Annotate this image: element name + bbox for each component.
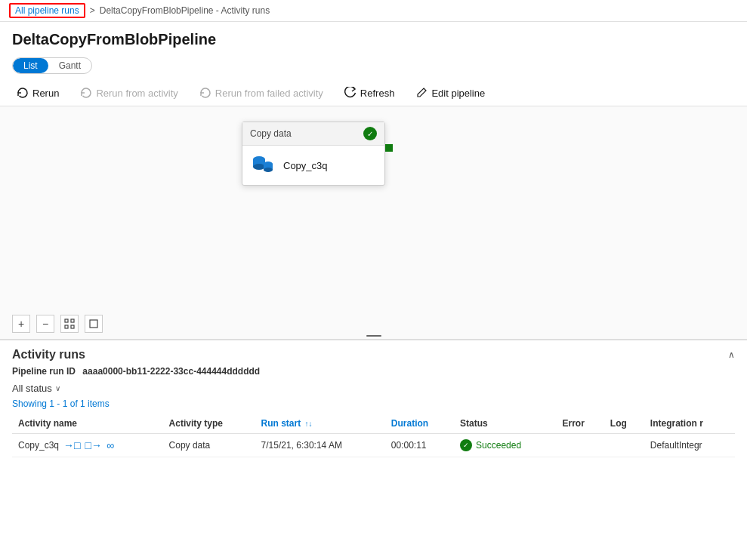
gantt-view-button[interactable]: Gantt xyxy=(48,58,91,73)
action-icons: →□ □→ ∞ xyxy=(63,439,114,451)
table-row: Copy_c3q →□ □→ ∞ Copy data 7/15/21, 6:30… xyxy=(12,434,735,457)
activity-card[interactable]: Copy data ✓ Copy_c3q xyxy=(242,122,385,186)
svg-rect-7 xyxy=(71,319,74,322)
list-view-button[interactable]: List xyxy=(13,58,48,73)
fit-screen-icon xyxy=(64,318,75,329)
cell-activity-type: Copy data xyxy=(163,434,255,457)
pipeline-run-id-label: Pipeline run ID xyxy=(12,366,76,377)
status-succeeded: ✓ Succeeded xyxy=(460,439,550,451)
breadcrumb: All pipeline runs > DeltaCopyFromBlobPip… xyxy=(0,0,747,22)
status-text: Succeeded xyxy=(476,440,521,451)
refresh-icon xyxy=(344,87,357,99)
page-title: DeltaCopyFromBlobPipeline xyxy=(0,22,747,54)
expand-button[interactable] xyxy=(85,315,103,333)
output-icon[interactable]: □→ xyxy=(85,439,102,451)
zoom-in-button[interactable]: + xyxy=(12,315,30,333)
section-title: Activity runs xyxy=(12,348,85,362)
divider-line xyxy=(366,335,381,337)
copy-data-icon xyxy=(252,153,276,177)
status-filter-label: All status xyxy=(12,383,52,394)
rerun-from-failed-button[interactable]: Rerun from failed activity xyxy=(195,85,328,101)
col-activity-type: Activity type xyxy=(163,414,255,434)
edit-pipeline-label: Edit pipeline xyxy=(431,88,485,99)
rerun-from-failed-label: Rerun from failed activity xyxy=(215,88,323,99)
zoom-out-button[interactable]: − xyxy=(36,315,54,333)
view-toggle[interactable]: List Gantt xyxy=(12,57,92,74)
section-header: Activity runs ∧ xyxy=(12,348,735,362)
status-filter[interactable]: All status ∨ xyxy=(12,383,735,394)
cell-activity-name: Copy_c3q →□ □→ ∞ xyxy=(12,434,163,457)
svg-rect-6 xyxy=(65,319,68,322)
col-run-start[interactable]: Run start ↑↓ xyxy=(255,414,385,434)
activity-card-name: Copy_c3q xyxy=(283,160,328,171)
col-activity-name: Activity name xyxy=(12,414,163,434)
divider-handle[interactable] xyxy=(363,333,385,339)
table-header: Activity name Activity type Run start ↑↓… xyxy=(12,414,735,434)
cell-integration-runtime: DefaultIntegr xyxy=(644,434,735,457)
canvas-controls: + − xyxy=(12,315,103,333)
svg-point-2 xyxy=(253,164,265,170)
rerun-from-failed-icon xyxy=(199,87,211,99)
table-body: Copy_c3q →□ □→ ∞ Copy data 7/15/21, 6:30… xyxy=(12,434,735,457)
activity-runs-section: Activity runs ∧ Pipeline run ID aaaa0000… xyxy=(0,340,747,457)
col-error: Error xyxy=(557,414,604,434)
rerun-from-activity-label: Rerun from activity xyxy=(96,88,177,99)
status-check-icon: ✓ xyxy=(460,439,472,451)
chevron-down-icon: ∨ xyxy=(55,384,60,392)
canvas-node-indicator xyxy=(385,144,393,152)
toolbar: Rerun Rerun from activity Rerun from fai… xyxy=(0,80,747,106)
showing-count: Showing 1 - 1 of 1 items xyxy=(12,398,735,409)
rerun-label: Rerun xyxy=(32,88,59,99)
edit-pipeline-icon xyxy=(415,87,428,99)
col-status: Status xyxy=(454,414,556,434)
link-icon[interactable]: ∞ xyxy=(106,439,114,451)
activity-name-text: Copy_c3q xyxy=(18,440,59,451)
svg-rect-9 xyxy=(71,325,74,328)
svg-rect-8 xyxy=(65,325,68,328)
expand-icon xyxy=(88,318,99,329)
cell-status: ✓ Succeeded xyxy=(454,434,556,457)
svg-rect-10 xyxy=(90,320,97,328)
svg-point-5 xyxy=(264,168,273,172)
activity-card-header: Copy data ✓ xyxy=(242,122,384,146)
breadcrumb-all-pipeline-runs[interactable]: All pipeline runs xyxy=(9,3,85,18)
cell-run-start: 7/15/21, 6:30:14 AM xyxy=(255,434,385,457)
run-details-icon[interactable]: →□ xyxy=(63,439,80,451)
activity-card-body: Copy_c3q xyxy=(242,146,384,185)
activity-runs-table: Activity name Activity type Run start ↑↓… xyxy=(12,414,735,457)
rerun-from-activity-button[interactable]: Rerun from activity xyxy=(76,85,182,101)
cell-error xyxy=(557,434,604,457)
rerun-icon xyxy=(17,87,29,99)
col-duration[interactable]: Duration xyxy=(385,414,454,434)
breadcrumb-separator: > xyxy=(90,5,95,16)
rerun-from-activity-icon xyxy=(80,87,92,99)
pipeline-run-id-value: aaaa0000-bb11-2222-33cc-444444dddddd xyxy=(82,366,260,377)
breadcrumb-current: DeltaCopyFromBlobPipeline - Activity run… xyxy=(100,5,270,16)
activity-success-check: ✓ xyxy=(363,127,377,140)
col-integration-runtime: Integration r xyxy=(644,414,735,434)
col-log: Log xyxy=(604,414,644,434)
cell-log xyxy=(604,434,644,457)
canvas-area: Copy data ✓ Copy_c3q + − xyxy=(0,106,747,340)
cell-duration: 00:00:11 xyxy=(385,434,454,457)
rerun-button[interactable]: Rerun xyxy=(12,85,63,101)
fit-to-screen-button[interactable] xyxy=(60,315,79,333)
sort-icon: ↑↓ xyxy=(305,420,313,428)
pipeline-run-id: Pipeline run ID aaaa0000-bb11-2222-33cc-… xyxy=(12,366,735,377)
refresh-label: Refresh xyxy=(360,88,395,99)
edit-pipeline-button[interactable]: Edit pipeline xyxy=(411,85,489,101)
collapse-button[interactable]: ∧ xyxy=(728,349,735,360)
activity-card-title: Copy data xyxy=(250,128,292,139)
view-toggle-container: List Gantt xyxy=(0,54,747,80)
refresh-button[interactable]: Refresh xyxy=(340,85,400,101)
